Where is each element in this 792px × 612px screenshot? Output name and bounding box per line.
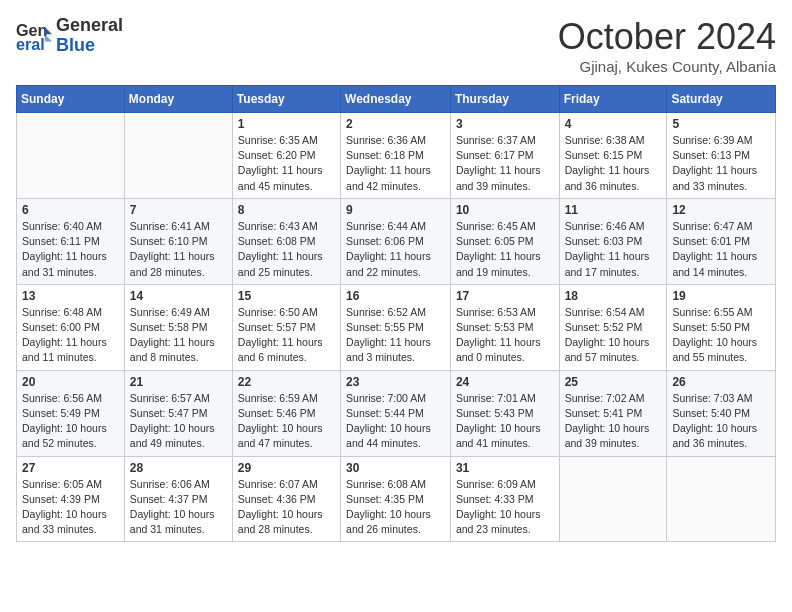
day-number: 14 — [130, 289, 227, 303]
day-info: Sunrise: 6:52 AMSunset: 5:55 PMDaylight:… — [346, 305, 445, 366]
day-info: Sunrise: 7:02 AMSunset: 5:41 PMDaylight:… — [565, 391, 662, 452]
calendar-cell: 14Sunrise: 6:49 AMSunset: 5:58 PMDayligh… — [124, 284, 232, 370]
calendar-cell: 11Sunrise: 6:46 AMSunset: 6:03 PMDayligh… — [559, 198, 667, 284]
day-info: Sunrise: 6:43 AMSunset: 6:08 PMDaylight:… — [238, 219, 335, 280]
calendar-cell: 31Sunrise: 6:09 AMSunset: 4:33 PMDayligh… — [450, 456, 559, 542]
svg-text:eral: eral — [16, 35, 45, 53]
day-number: 11 — [565, 203, 662, 217]
day-info: Sunrise: 6:39 AMSunset: 6:13 PMDaylight:… — [672, 133, 770, 194]
day-info: Sunrise: 6:44 AMSunset: 6:06 PMDaylight:… — [346, 219, 445, 280]
day-info: Sunrise: 6:56 AMSunset: 5:49 PMDaylight:… — [22, 391, 119, 452]
day-number: 22 — [238, 375, 335, 389]
day-info: Sunrise: 6:07 AMSunset: 4:36 PMDaylight:… — [238, 477, 335, 538]
calendar-week-row: 6Sunrise: 6:40 AMSunset: 6:11 PMDaylight… — [17, 198, 776, 284]
day-info: Sunrise: 6:08 AMSunset: 4:35 PMDaylight:… — [346, 477, 445, 538]
logo-text: General Blue — [56, 16, 123, 56]
day-number: 17 — [456, 289, 554, 303]
day-number: 28 — [130, 461, 227, 475]
day-number: 21 — [130, 375, 227, 389]
day-info: Sunrise: 6:53 AMSunset: 5:53 PMDaylight:… — [456, 305, 554, 366]
day-info: Sunrise: 7:03 AMSunset: 5:40 PMDaylight:… — [672, 391, 770, 452]
calendar-cell: 25Sunrise: 7:02 AMSunset: 5:41 PMDayligh… — [559, 370, 667, 456]
day-info: Sunrise: 6:05 AMSunset: 4:39 PMDaylight:… — [22, 477, 119, 538]
title-block: October 2024 Gjinaj, Kukes County, Alban… — [558, 16, 776, 75]
calendar-cell: 13Sunrise: 6:48 AMSunset: 6:00 PMDayligh… — [17, 284, 125, 370]
calendar-cell — [17, 113, 125, 199]
month-title: October 2024 — [558, 16, 776, 58]
day-info: Sunrise: 6:06 AMSunset: 4:37 PMDaylight:… — [130, 477, 227, 538]
calendar-cell: 9Sunrise: 6:44 AMSunset: 6:06 PMDaylight… — [341, 198, 451, 284]
day-number: 27 — [22, 461, 119, 475]
day-number: 8 — [238, 203, 335, 217]
calendar-cell: 17Sunrise: 6:53 AMSunset: 5:53 PMDayligh… — [450, 284, 559, 370]
day-number: 12 — [672, 203, 770, 217]
calendar-week-row: 27Sunrise: 6:05 AMSunset: 4:39 PMDayligh… — [17, 456, 776, 542]
day-number: 2 — [346, 117, 445, 131]
calendar-cell: 3Sunrise: 6:37 AMSunset: 6:17 PMDaylight… — [450, 113, 559, 199]
calendar-cell: 26Sunrise: 7:03 AMSunset: 5:40 PMDayligh… — [667, 370, 776, 456]
day-info: Sunrise: 6:57 AMSunset: 5:47 PMDaylight:… — [130, 391, 227, 452]
calendar-cell: 22Sunrise: 6:59 AMSunset: 5:46 PMDayligh… — [232, 370, 340, 456]
day-number: 15 — [238, 289, 335, 303]
calendar-week-row: 1Sunrise: 6:35 AMSunset: 6:20 PMDaylight… — [17, 113, 776, 199]
day-number: 7 — [130, 203, 227, 217]
calendar-cell: 5Sunrise: 6:39 AMSunset: 6:13 PMDaylight… — [667, 113, 776, 199]
day-info: Sunrise: 6:48 AMSunset: 6:00 PMDaylight:… — [22, 305, 119, 366]
day-number: 31 — [456, 461, 554, 475]
day-number: 4 — [565, 117, 662, 131]
calendar-cell: 8Sunrise: 6:43 AMSunset: 6:08 PMDaylight… — [232, 198, 340, 284]
day-info: Sunrise: 6:36 AMSunset: 6:18 PMDaylight:… — [346, 133, 445, 194]
calendar-cell: 18Sunrise: 6:54 AMSunset: 5:52 PMDayligh… — [559, 284, 667, 370]
logo-icon: Gen eral — [16, 18, 52, 54]
calendar-cell: 12Sunrise: 6:47 AMSunset: 6:01 PMDayligh… — [667, 198, 776, 284]
day-number: 9 — [346, 203, 445, 217]
logo-blue: Blue — [56, 36, 123, 56]
calendar-cell: 29Sunrise: 6:07 AMSunset: 4:36 PMDayligh… — [232, 456, 340, 542]
calendar-cell: 6Sunrise: 6:40 AMSunset: 6:11 PMDaylight… — [17, 198, 125, 284]
svg-marker-3 — [45, 34, 52, 41]
calendar-cell: 10Sunrise: 6:45 AMSunset: 6:05 PMDayligh… — [450, 198, 559, 284]
calendar-week-row: 13Sunrise: 6:48 AMSunset: 6:00 PMDayligh… — [17, 284, 776, 370]
day-info: Sunrise: 6:46 AMSunset: 6:03 PMDaylight:… — [565, 219, 662, 280]
day-info: Sunrise: 6:37 AMSunset: 6:17 PMDaylight:… — [456, 133, 554, 194]
calendar-cell: 21Sunrise: 6:57 AMSunset: 5:47 PMDayligh… — [124, 370, 232, 456]
weekday-header: Tuesday — [232, 86, 340, 113]
calendar-cell: 7Sunrise: 6:41 AMSunset: 6:10 PMDaylight… — [124, 198, 232, 284]
weekday-header: Monday — [124, 86, 232, 113]
calendar-cell: 23Sunrise: 7:00 AMSunset: 5:44 PMDayligh… — [341, 370, 451, 456]
calendar-table: SundayMondayTuesdayWednesdayThursdayFrid… — [16, 85, 776, 542]
day-number: 26 — [672, 375, 770, 389]
calendar-cell: 19Sunrise: 6:55 AMSunset: 5:50 PMDayligh… — [667, 284, 776, 370]
calendar-cell — [559, 456, 667, 542]
calendar-cell: 24Sunrise: 7:01 AMSunset: 5:43 PMDayligh… — [450, 370, 559, 456]
calendar-week-row: 20Sunrise: 6:56 AMSunset: 5:49 PMDayligh… — [17, 370, 776, 456]
day-info: Sunrise: 6:38 AMSunset: 6:15 PMDaylight:… — [565, 133, 662, 194]
day-number: 29 — [238, 461, 335, 475]
day-info: Sunrise: 6:49 AMSunset: 5:58 PMDaylight:… — [130, 305, 227, 366]
calendar-cell: 2Sunrise: 6:36 AMSunset: 6:18 PMDaylight… — [341, 113, 451, 199]
weekday-header: Sunday — [17, 86, 125, 113]
calendar-cell: 30Sunrise: 6:08 AMSunset: 4:35 PMDayligh… — [341, 456, 451, 542]
day-number: 30 — [346, 461, 445, 475]
weekday-header: Wednesday — [341, 86, 451, 113]
day-info: Sunrise: 6:35 AMSunset: 6:20 PMDaylight:… — [238, 133, 335, 194]
logo-general: General — [56, 16, 123, 36]
page-header: Gen eral General Blue October 2024 Gjina… — [16, 16, 776, 75]
day-number: 19 — [672, 289, 770, 303]
day-info: Sunrise: 6:09 AMSunset: 4:33 PMDaylight:… — [456, 477, 554, 538]
calendar-cell: 27Sunrise: 6:05 AMSunset: 4:39 PMDayligh… — [17, 456, 125, 542]
day-number: 24 — [456, 375, 554, 389]
location: Gjinaj, Kukes County, Albania — [558, 58, 776, 75]
calendar-cell: 16Sunrise: 6:52 AMSunset: 5:55 PMDayligh… — [341, 284, 451, 370]
day-info: Sunrise: 6:41 AMSunset: 6:10 PMDaylight:… — [130, 219, 227, 280]
weekday-header: Friday — [559, 86, 667, 113]
weekday-header: Saturday — [667, 86, 776, 113]
calendar-cell: 1Sunrise: 6:35 AMSunset: 6:20 PMDaylight… — [232, 113, 340, 199]
day-info: Sunrise: 6:55 AMSunset: 5:50 PMDaylight:… — [672, 305, 770, 366]
day-info: Sunrise: 7:01 AMSunset: 5:43 PMDaylight:… — [456, 391, 554, 452]
day-info: Sunrise: 6:40 AMSunset: 6:11 PMDaylight:… — [22, 219, 119, 280]
day-info: Sunrise: 6:45 AMSunset: 6:05 PMDaylight:… — [456, 219, 554, 280]
day-info: Sunrise: 6:59 AMSunset: 5:46 PMDaylight:… — [238, 391, 335, 452]
day-number: 10 — [456, 203, 554, 217]
weekday-header: Thursday — [450, 86, 559, 113]
